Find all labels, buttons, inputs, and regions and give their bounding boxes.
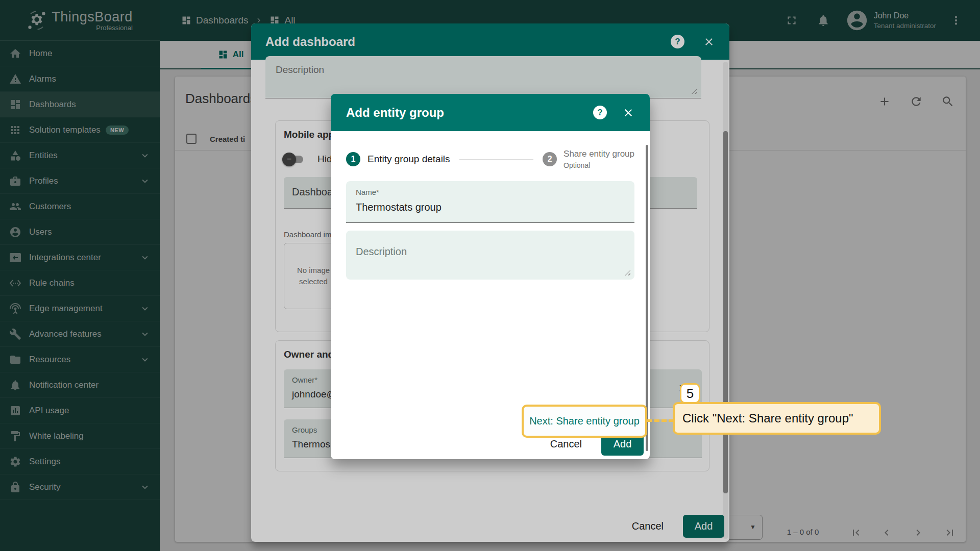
stepper: 1 Entity group details 2 Share entity gr… (346, 145, 634, 173)
step-2-hint: Optional (564, 161, 634, 169)
step-2-indicator[interactable]: 2 (543, 152, 557, 166)
step-2-label: Share entity group (564, 149, 634, 159)
next-share-entity-group-button[interactable]: Next: Share entity group (522, 405, 647, 438)
step-1-label: Entity group details (368, 154, 450, 165)
thingsboard-app: ThingsBoard Professional Home Alarms Das… (0, 0, 980, 551)
stepper-connector (459, 159, 533, 160)
step-1-indicator[interactable]: 1 (346, 152, 360, 166)
next-button-label: Next: Share entity group (529, 415, 640, 427)
name-field[interactable]: Name* Thermostats group (346, 181, 634, 223)
cancel-button[interactable]: Cancel (550, 438, 582, 450)
help-icon[interactable]: ? (593, 106, 607, 119)
annotation-tooltip-text: Click "Next: Share entity group" (682, 411, 853, 425)
dialog-scrollbar-thumb[interactable] (646, 145, 648, 451)
name-value: Thermostats group (356, 202, 442, 213)
annotation-connector-line (647, 419, 674, 422)
add-entity-group-dialog-header: Add entity group ? (331, 94, 650, 131)
resize-handle[interactable] (625, 270, 630, 276)
annotation-tooltip: Click "Next: Share entity group" (673, 402, 881, 435)
name-label: Name* (356, 188, 379, 196)
close-icon[interactable] (622, 107, 634, 119)
description-textarea[interactable]: Description (346, 231, 634, 280)
dialog-title: Add entity group (346, 106, 444, 120)
annotation-step-number-badge: 5 (680, 383, 700, 404)
description-placeholder: Description (356, 246, 407, 258)
